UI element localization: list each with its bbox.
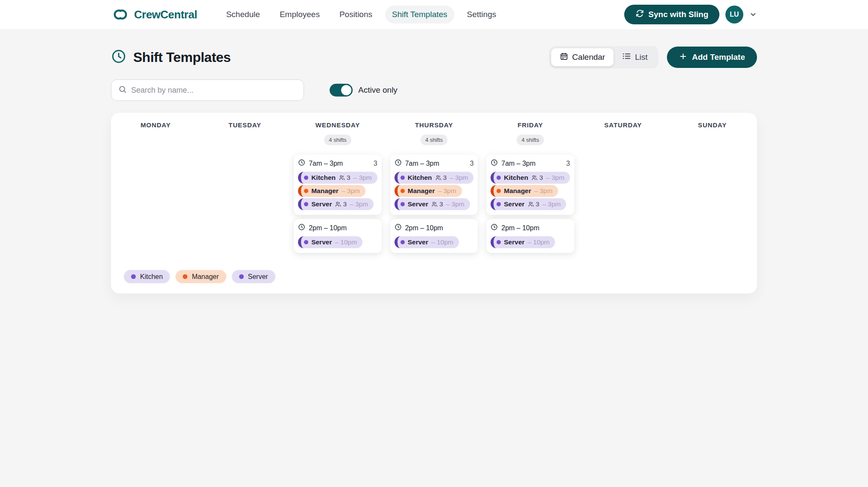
view-list-segment[interactable]: List <box>614 48 656 66</box>
card-time-range: 7am – 3pm <box>501 160 535 167</box>
people-icon <box>435 174 442 181</box>
shift-end-time: – 3pm <box>354 174 372 182</box>
main-content: Shift Templates Calendar <box>111 46 757 293</box>
shift-template-card[interactable]: 7am – 3pm 3 Kitchen 3 – 3pm Manager – 3p… <box>486 155 574 215</box>
people-count-value: 3 <box>536 200 540 208</box>
shift-end-time: – 3pm <box>350 200 368 208</box>
legend-color-dot <box>131 274 136 279</box>
position-name: Server <box>408 238 428 246</box>
people-count-value: 3 <box>443 174 447 182</box>
shift-pill[interactable]: Manager – 3pm <box>395 185 462 197</box>
shift-end-time: – 3pm <box>542 200 561 208</box>
add-template-button[interactable]: Add Template <box>667 47 757 68</box>
clock-icon <box>298 159 305 168</box>
shift-pill[interactable]: Server – 10pm <box>395 236 459 248</box>
clock-icon <box>298 223 305 232</box>
nav-item-employees[interactable]: Employees <box>273 6 327 23</box>
position-name: Manager <box>504 187 531 195</box>
people-icon <box>335 201 342 208</box>
day-column: MONDAY <box>111 121 200 253</box>
day-name: WEDNESDAY <box>316 121 360 129</box>
shift-pill[interactable]: Manager – 3pm <box>491 185 558 197</box>
day-cards: 7am – 3pm 3 Kitchen 3 – 3pm Manager – 3p… <box>294 155 382 253</box>
card-time-range: 2pm – 10pm <box>309 224 347 232</box>
position-legend: Kitchen Manager Server <box>111 253 757 284</box>
view-list-label: List <box>635 53 648 62</box>
pill-stack: Server – 10pm <box>298 236 377 248</box>
card-shift-count: 3 <box>374 160 377 167</box>
shift-template-card[interactable]: 7am – 3pm 3 Kitchen 3 – 3pm Manager – 3p… <box>390 155 478 215</box>
plus-icon <box>679 52 687 63</box>
pill-stack: Kitchen 3 – 3pm Manager – 3pm Server <box>395 172 474 210</box>
card-header: 7am – 3pm 3 <box>298 159 377 168</box>
position-name: Server <box>311 200 332 208</box>
view-calendar-segment[interactable]: Calendar <box>551 48 614 66</box>
day-column: TUESDAY <box>200 121 289 253</box>
clock-icon <box>395 223 402 232</box>
days-grid: MONDAY TUESDAY WEDNESDAY 4 shifts 7am – … <box>111 121 757 253</box>
people-icon <box>431 201 438 208</box>
calendar-icon <box>560 52 568 63</box>
shift-pill[interactable]: Server – 10pm <box>491 236 555 248</box>
shift-pill[interactable]: Kitchen 3 – 3pm <box>298 172 377 184</box>
position-color-dot <box>304 189 308 193</box>
add-template-label: Add Template <box>692 53 745 62</box>
legend-label: Manager <box>192 273 219 281</box>
page-title: Shift Templates <box>133 50 231 65</box>
search-input[interactable] <box>131 86 297 95</box>
nav-item-positions[interactable]: Positions <box>333 6 379 23</box>
toggle-knob <box>341 85 351 95</box>
clock-icon <box>111 49 126 66</box>
people-count: 3 <box>528 200 540 208</box>
position-color-dot <box>400 202 405 206</box>
view-calendar-label: Calendar <box>572 53 605 62</box>
shift-end-time: – 3pm <box>546 174 564 182</box>
position-name: Server <box>408 200 428 208</box>
clock-icon <box>491 223 498 232</box>
search-box <box>111 79 304 101</box>
user-avatar[interactable]: LU <box>725 6 743 23</box>
position-name: Kitchen <box>504 174 528 182</box>
nav-item-shift-templates[interactable]: Shift Templates <box>385 6 454 23</box>
people-count: 3 <box>531 174 543 182</box>
shift-pill[interactable]: Server 3 – 3pm <box>491 198 566 210</box>
position-name: Manager <box>311 187 339 195</box>
card-time-range: 2pm – 10pm <box>405 224 443 232</box>
day-column: SUNDAY <box>668 121 757 253</box>
shift-template-card[interactable]: 2pm – 10pm Server – 10pm <box>486 219 574 253</box>
legend-label: Server <box>248 273 268 281</box>
sync-with-sling-button[interactable]: Sync with Sling <box>624 5 719 24</box>
shift-pill[interactable]: Server 3 – 3pm <box>395 198 470 210</box>
clock-icon <box>491 159 498 168</box>
brand: CrewCentral <box>111 8 197 21</box>
sync-button-label: Sync with Sling <box>649 10 708 19</box>
people-count-value: 3 <box>439 200 443 208</box>
nav-item-schedule[interactable]: Schedule <box>219 6 267 23</box>
shift-pill[interactable]: Server 3 – 3pm <box>298 198 374 210</box>
day-shift-count-badge: 4 shifts <box>324 135 351 145</box>
active-only-toggle[interactable] <box>330 84 353 97</box>
shift-pill[interactable]: Kitchen 3 – 3pm <box>395 172 474 184</box>
shift-pill[interactable]: Server – 10pm <box>298 236 362 248</box>
people-count: 3 <box>435 174 447 182</box>
shift-pill[interactable]: Kitchen 3 – 3pm <box>491 172 570 184</box>
calendar-panel: MONDAY TUESDAY WEDNESDAY 4 shifts 7am – … <box>111 113 757 293</box>
shift-template-card[interactable]: 7am – 3pm 3 Kitchen 3 – 3pm Manager – 3p… <box>294 155 382 215</box>
position-color-dot <box>400 240 405 244</box>
position-color-dot <box>497 202 501 206</box>
card-header: 2pm – 10pm <box>298 223 377 232</box>
day-column: WEDNESDAY 4 shifts 7am – 3pm 3 Kitchen 3 <box>289 121 386 253</box>
chevron-down-icon[interactable] <box>749 11 757 18</box>
shift-pill[interactable]: Manager – 3pm <box>298 185 365 197</box>
people-icon <box>339 174 345 181</box>
list-icon <box>622 52 631 63</box>
day-cards: 7am – 3pm 3 Kitchen 3 – 3pm Manager – 3p… <box>390 155 478 253</box>
shift-template-card[interactable]: 2pm – 10pm Server – 10pm <box>390 219 478 253</box>
legend-pill: Manager <box>175 270 226 283</box>
people-icon <box>528 201 535 208</box>
position-color-dot <box>304 202 308 206</box>
shift-template-card[interactable]: 2pm – 10pm Server – 10pm <box>294 219 382 253</box>
people-count-value: 3 <box>539 174 543 182</box>
day-name: THURSDAY <box>415 121 453 129</box>
nav-item-settings[interactable]: Settings <box>460 6 503 23</box>
